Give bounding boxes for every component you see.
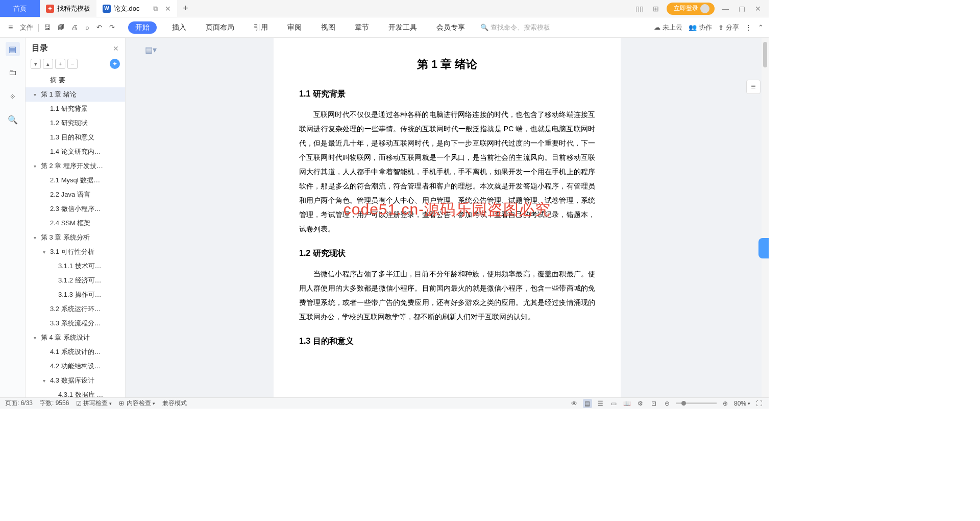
outline-item[interactable]: 4.1 系统设计的… [26,345,125,359]
scrollbar-thumb[interactable] [763,42,767,67]
new-tab-button[interactable]: + [177,0,194,17]
apps-icon[interactable]: ⊞ [650,3,662,14]
command-search[interactable]: 🔍 查找命令、搜索模板 [480,23,550,32]
close-panel-icon[interactable]: ✕ [113,44,119,53]
shield-icon: ⛨ [119,400,125,407]
reading-icon[interactable]: 👁 [570,399,579,408]
zoom-thumb[interactable] [681,401,686,406]
ribbon-tab-reference[interactable]: 引用 [250,21,272,34]
outline-item[interactable]: 3.1.2 经济可… [26,273,125,288]
login-button[interactable]: 立即登录 [667,3,715,15]
add-icon[interactable]: + [55,59,65,69]
files-icon[interactable]: 🗀 [6,65,20,80]
maximize-icon[interactable]: ▢ [736,3,747,14]
outline-item[interactable]: 4.3.1 数据库 … [26,388,125,397]
outline-item[interactable]: 1.2 研究现状 [26,116,125,130]
ribbon-tab-start[interactable]: 开始 [128,21,157,34]
tab-home[interactable]: 首页 [0,0,40,17]
ribbon-tab-insert[interactable]: 插入 [168,21,190,34]
tools-icon[interactable]: ⚙ [636,399,645,408]
side-feedback-tab[interactable] [758,238,769,258]
outline-item[interactable]: ▾3.1 可行性分析 [26,245,125,259]
zoom-in-icon[interactable]: ⊕ [721,399,730,408]
outline-item[interactable]: ▾第 2 章 程序开发技… [26,159,125,173]
collapse-ribbon-icon[interactable]: ⌃ [758,23,764,31]
print-icon[interactable]: 🖨 [68,21,81,33]
layout-icon[interactable]: ▯▯ [634,3,645,14]
undo-icon[interactable]: ↶ [93,21,105,33]
tab-template[interactable]: ✦ 找稻壳模板 [40,0,96,17]
web-view-icon[interactable]: ▭ [609,399,619,408]
outline-view-icon[interactable]: ☰ [596,399,605,408]
close-window-icon[interactable]: ✕ [752,3,764,14]
page-options-icon[interactable]: ▤▾ [145,45,157,55]
window-mode-icon[interactable]: ⧉ [153,5,158,13]
page-indicator[interactable]: 页面: 6/33 [5,399,33,408]
fullscreen-icon[interactable]: ⛶ [754,399,764,408]
spellcheck-button[interactable]: ☑拼写检查▾ [76,399,112,408]
outline-item[interactable]: 2.3 微信小程序… [26,202,125,216]
share-button[interactable]: ⇪分享 [718,23,739,32]
ribbon-tab-layout[interactable]: 页面布局 [202,21,238,34]
ribbon-tab-view[interactable]: 视图 [317,21,339,34]
outline-item[interactable]: ▾第 1 章 绪论 [26,87,125,102]
save-icon[interactable]: 🖫 [41,21,54,33]
menu-icon[interactable]: ≡ [5,21,16,34]
redo-icon[interactable]: ↷ [106,21,118,33]
preview-icon[interactable]: ⌕ [82,21,92,33]
vertical-scrollbar[interactable] [762,38,769,397]
tab-document[interactable]: W 论文.doc ⧉ ✕ [96,0,177,17]
outline-item[interactable]: 摘 要 [26,73,125,87]
outline-item[interactable]: ▾第 4 章 系统设计 [26,330,125,345]
outline-label: 2.4 SSM 框架 [50,219,90,228]
outline-item[interactable]: ▾4.3 数据库设计 [26,373,125,388]
outline-item[interactable]: 1.4 论文研究内… [26,145,125,159]
assistant-icon[interactable]: ✦ [110,59,120,69]
outline-item[interactable]: 2.1 Mysql 数据… [26,173,125,187]
outline-item[interactable]: 4.2 功能结构设… [26,359,125,373]
bookmark-icon[interactable]: ⟐ [6,89,20,103]
content-check-button[interactable]: ⛨内容检查▾ [119,399,155,408]
outline-item[interactable]: ▾第 3 章 系统分析 [26,230,125,245]
save-as-icon[interactable]: 🗐 [55,21,67,33]
document-area[interactable]: ▤▾ 第 1 章 绪论 1.1 研究背景 互联网时代不仅仅是通过各种各样的电脑进… [126,38,769,397]
zoom-level[interactable]: 80%▾ [734,400,750,407]
style-panel-icon[interactable]: ≡ [746,80,761,94]
cloud-status[interactable]: ☁未上云 [654,23,682,32]
zoom-slider[interactable] [676,402,717,404]
zoom-out-icon[interactable]: ⊖ [663,399,672,408]
ribbon-tabs: 开始 插入 页面布局 引用 审阅 视图 章节 开发工具 会员专享 [128,21,469,34]
outline-item[interactable]: 2.2 Java 语言 [26,187,125,202]
outline-label: 3.1.3 操作可… [58,290,102,299]
minimize-icon[interactable]: — [720,3,731,14]
remove-icon[interactable]: − [67,59,78,69]
ribbon-tab-review[interactable]: 审阅 [283,21,306,34]
outline-item[interactable]: 3.3 系统流程分… [26,316,125,330]
more-icon[interactable]: ⋮ [745,23,752,31]
chevron-icon: ▾ [34,163,39,169]
ribbon-tab-member[interactable]: 会员专享 [432,21,469,34]
collapse-icon[interactable]: ▾ [31,59,41,69]
outline-icon[interactable]: ▤ [6,42,20,56]
expand-icon[interactable]: ▴ [43,59,53,69]
page: 第 1 章 绪论 1.1 研究背景 互联网时代不仅仅是通过各种各样的电脑进行网络… [274,38,621,397]
chevron-icon: ▾ [43,249,48,255]
ribbon-tab-devtools[interactable]: 开发工具 [384,21,421,34]
read-view-icon[interactable]: 📖 [623,399,632,408]
find-icon[interactable]: 🔍 [6,112,20,127]
outline-label: 1.3 目的和意义 [50,133,94,142]
outline-item[interactable]: 2.4 SSM 框架 [26,216,125,230]
outline-item[interactable]: 1.1 研究背景 [26,102,125,116]
outline-item[interactable]: 3.1.1 技术可… [26,259,125,273]
fit-icon[interactable]: ⊡ [649,399,658,408]
outline-item[interactable]: 1.3 目的和意义 [26,130,125,145]
outline-item[interactable]: 3.2 系统运行环… [26,302,125,316]
collab-button[interactable]: 👥协作 [689,23,712,32]
word-count[interactable]: 字数: 9556 [40,399,69,408]
outline-item[interactable]: 3.1.3 操作可… [26,288,125,302]
close-icon[interactable]: ✕ [165,5,171,13]
ribbon-tab-chapter[interactable]: 章节 [351,21,373,34]
file-menu[interactable]: 文件 [17,21,36,34]
page-view-icon[interactable]: ▤ [583,399,592,408]
check-icon: ☑ [76,400,82,407]
